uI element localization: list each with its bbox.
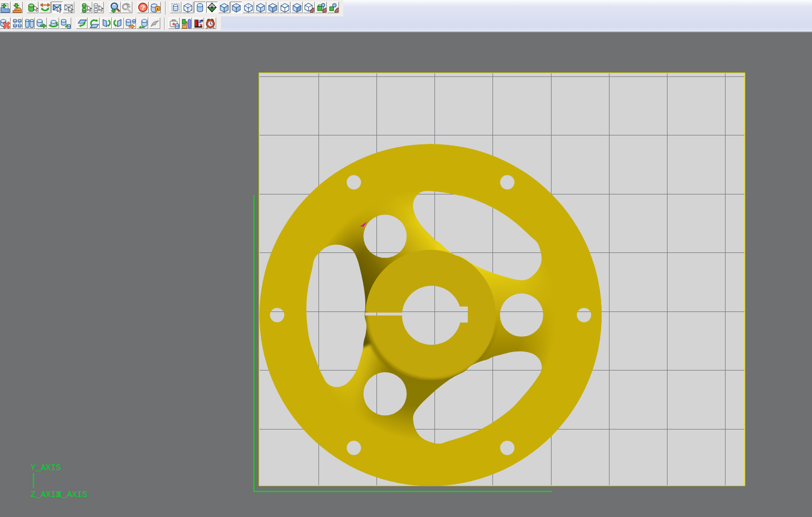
svg-text:?: ? [141, 4, 145, 12]
svg-text:X_AXIS: X_AXIS [57, 490, 88, 500]
svg-text:Y_AXIS: Y_AXIS [31, 463, 61, 473]
